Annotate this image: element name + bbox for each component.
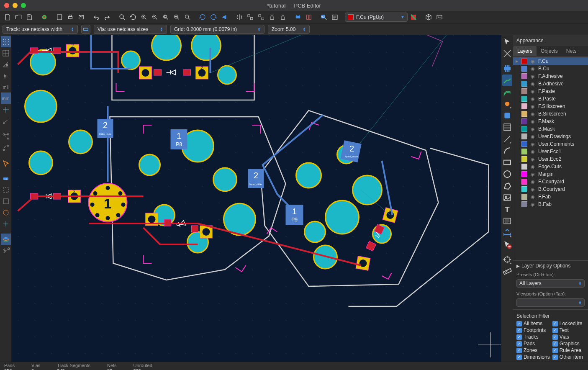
visibility-toggle-icon[interactable]: ◉ bbox=[530, 202, 536, 207]
grid-override-button[interactable] bbox=[1, 47, 11, 59]
window-minimize-button[interactable] bbox=[13, 3, 18, 8]
grid-select[interactable]: Grid: 0.2000 mm (0.0079 in)▲▼ bbox=[170, 25, 264, 34]
filter-graphics[interactable]: ✓Graphics bbox=[552, 341, 585, 347]
checkbox-icon[interactable]: ✓ bbox=[516, 355, 522, 360]
tools-button[interactable] bbox=[1, 245, 11, 256]
visibility-toggle-icon[interactable]: ◉ bbox=[530, 104, 536, 109]
layer-swatch-icon[interactable] bbox=[521, 88, 527, 94]
add-via-tool[interactable] bbox=[502, 110, 512, 121]
checkbox-icon[interactable]: ✓ bbox=[552, 321, 558, 326]
drc-button[interactable] bbox=[330, 12, 340, 22]
checkbox-icon[interactable]: ✓ bbox=[516, 348, 522, 353]
select-tool[interactable] bbox=[502, 36, 512, 48]
viewports-select[interactable]: ▲▼ bbox=[516, 298, 585, 307]
checkbox-icon[interactable]: ✓ bbox=[552, 341, 558, 347]
checkbox-icon[interactable]: ✓ bbox=[552, 328, 558, 333]
visibility-toggle-icon[interactable]: ◉ bbox=[530, 141, 536, 147]
layer-swatch-icon[interactable] bbox=[521, 149, 527, 154]
visibility-toggle-icon[interactable]: ◉ bbox=[530, 134, 536, 139]
layer-swatch-icon[interactable] bbox=[521, 126, 527, 132]
visibility-toggle-icon[interactable]: ◉ bbox=[530, 59, 536, 64]
track-width-edit-button[interactable] bbox=[81, 25, 90, 34]
group-button[interactable] bbox=[245, 12, 255, 22]
zoom-fit-button[interactable] bbox=[161, 12, 171, 22]
layer-row-User-Eco2[interactable]: ◉User.Eco2 bbox=[513, 155, 588, 163]
visibility-toggle-icon[interactable]: ◉ bbox=[530, 111, 536, 117]
draw-rect-tool[interactable] bbox=[502, 157, 512, 168]
layer-swatch-icon[interactable] bbox=[521, 141, 527, 147]
tracks-outline-button[interactable] bbox=[1, 195, 11, 207]
checkbox-icon[interactable]: ✓ bbox=[516, 334, 522, 340]
board-setup-button[interactable] bbox=[39, 12, 49, 22]
visibility-toggle-icon[interactable]: ◉ bbox=[530, 66, 536, 72]
visibility-toggle-icon[interactable]: ◉ bbox=[530, 172, 536, 177]
units-mm-button[interactable]: mm bbox=[1, 92, 11, 104]
ungroup-button[interactable] bbox=[256, 12, 266, 22]
route-diff-pair-tool[interactable] bbox=[502, 86, 512, 98]
visibility-toggle-icon[interactable]: ◉ bbox=[530, 81, 536, 87]
save-button[interactable] bbox=[24, 12, 34, 22]
place-footprint-tool[interactable] bbox=[502, 63, 512, 75]
rotate-ccw-button[interactable] bbox=[198, 12, 208, 22]
visibility-toggle-icon[interactable]: ◉ bbox=[530, 194, 536, 200]
graphics-outline-button[interactable] bbox=[1, 207, 11, 218]
lock-button[interactable] bbox=[267, 12, 277, 22]
zoom-select[interactable]: Zoom 5.00▲▼ bbox=[268, 25, 310, 34]
filter-zones[interactable]: ✓Zones bbox=[516, 347, 550, 353]
layer-swatch-icon[interactable] bbox=[521, 81, 527, 87]
layer-swatch-icon[interactable] bbox=[521, 103, 527, 109]
text-outline-button[interactable] bbox=[1, 218, 11, 229]
footprint-editor-button[interactable] bbox=[293, 12, 303, 22]
visibility-toggle-icon[interactable]: ◉ bbox=[530, 179, 536, 185]
layer-row-B-Mask[interactable]: ◉B.Mask bbox=[513, 125, 588, 133]
flip-button[interactable] bbox=[234, 12, 244, 22]
unlock-button[interactable] bbox=[278, 12, 288, 22]
filter-all-items[interactable]: ✓All items bbox=[516, 321, 550, 326]
layer-swatch-icon[interactable] bbox=[521, 73, 527, 79]
layer-row-B-Courtyard[interactable]: ◉B.Courtyard bbox=[513, 185, 588, 193]
layer-row-B-Silkscreen[interactable]: ◉B.Silkscreen bbox=[513, 110, 588, 118]
new-file-button[interactable] bbox=[3, 12, 13, 22]
pcb-canvas[interactable]: 1 2 2 2 2 bbox=[12, 35, 501, 362]
layer-swatch-icon[interactable] bbox=[521, 164, 527, 170]
layer-swatch-icon[interactable] bbox=[521, 58, 527, 64]
units-inches-button[interactable]: in bbox=[1, 70, 11, 81]
layer-row-F-Adhesive[interactable]: ◉F.Adhesive bbox=[513, 72, 588, 80]
draw-arc-tool[interactable] bbox=[502, 145, 512, 157]
measure-tool[interactable] bbox=[502, 265, 512, 277]
layer-row-User-Drawings[interactable]: ◉User.Drawings bbox=[513, 133, 588, 140]
update-pcb-button[interactable]: NET bbox=[319, 12, 329, 22]
3d-viewer-button[interactable] bbox=[424, 12, 434, 22]
render-settings-button[interactable] bbox=[408, 12, 419, 22]
filter-tracks[interactable]: ✓Tracks bbox=[516, 334, 550, 340]
mirror-h-button[interactable] bbox=[219, 12, 229, 22]
route-track-tool[interactable] bbox=[502, 75, 512, 86]
layer-row-F-Silkscreen[interactable]: ◉F.Silkscreen bbox=[513, 103, 588, 110]
filter-other-item[interactable]: ✓Other item bbox=[552, 354, 585, 360]
grid-toggle-button[interactable] bbox=[1, 36, 11, 47]
add-zone-tool[interactable] bbox=[502, 121, 512, 133]
zoom-in-button[interactable] bbox=[139, 12, 149, 22]
draw-circle-tool[interactable] bbox=[502, 168, 512, 180]
layer-display-options-header[interactable]: ▶Layer Display Options bbox=[513, 260, 588, 271]
layer-row-F-Fab[interactable]: ◉F.Fab bbox=[513, 193, 588, 200]
layer-swatch-icon[interactable] bbox=[521, 66, 527, 72]
find-button[interactable] bbox=[117, 12, 127, 22]
checkbox-icon[interactable]: ✓ bbox=[516, 328, 522, 333]
zoom-fit-objects-button[interactable] bbox=[172, 12, 182, 22]
visibility-toggle-icon[interactable]: ◉ bbox=[530, 157, 536, 162]
checkbox-icon[interactable]: ✓ bbox=[552, 348, 558, 353]
layer-row-F-Mask[interactable]: ◉F.Mask bbox=[513, 118, 588, 125]
polar-coords-button[interactable]: θ bbox=[1, 59, 11, 70]
layer-row-User-Comments[interactable]: ◉User.Comments bbox=[513, 140, 588, 148]
via-size-select[interactable]: Via: use netclass sizes▲▼ bbox=[94, 25, 167, 34]
set-origin-tool[interactable]: ▸ bbox=[502, 254, 512, 265]
add-textbox-tool[interactable] bbox=[502, 215, 512, 227]
cursor-shape-button[interactable] bbox=[1, 104, 11, 115]
scripting-button[interactable] bbox=[434, 12, 444, 22]
add-rule-area-tool[interactable]: ▸ bbox=[502, 133, 512, 145]
layer-swatch-icon[interactable] bbox=[521, 179, 527, 185]
layer-swatch-icon[interactable] bbox=[521, 194, 527, 200]
layer-row-User-Eco1[interactable]: ◉User.Eco1 bbox=[513, 148, 588, 155]
footprint-browser-button[interactable] bbox=[304, 12, 314, 22]
